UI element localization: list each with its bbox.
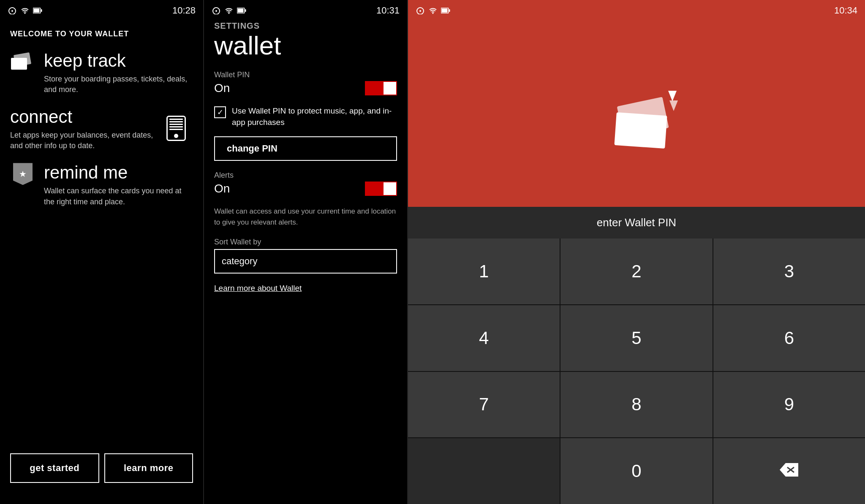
status-bar-2: 10:31 — [204, 0, 407, 21]
screen-welcome: 10:28 WELCOME TO YOUR WALLET keep track … — [0, 0, 204, 504]
svg-point-1 — [11, 10, 13, 12]
remind-me-desc: Wallet can surface the cards you need at… — [44, 186, 193, 207]
pin-key-8[interactable]: 8 — [560, 372, 712, 438]
change-pin-button[interactable]: change PIN — [214, 136, 397, 161]
svg-point-8 — [228, 13, 230, 14]
settings-section-label: SETTINGS — [214, 21, 397, 31]
tag-icon: ★ — [10, 163, 35, 188]
learn-more-button[interactable]: learn more — [104, 453, 193, 483]
svg-marker-20 — [668, 91, 677, 101]
svg-point-13 — [419, 10, 421, 12]
pin-key-empty — [408, 438, 560, 504]
sort-select[interactable]: category — [214, 249, 397, 274]
svg-point-7 — [215, 10, 217, 12]
pin-key-7[interactable]: 7 — [408, 372, 560, 438]
alerts-description: Wallet can access and use your current t… — [214, 206, 397, 228]
svg-point-14 — [432, 13, 434, 14]
pin-top-area — [408, 21, 865, 207]
welcome-title: WELCOME TO YOUR WALLET — [10, 30, 193, 38]
sort-label: Sort Wallet by — [214, 238, 397, 247]
svg-marker-21 — [669, 100, 678, 111]
connect-desc: Let apps keep your balances, event dates… — [10, 130, 155, 151]
alerts-toggle[interactable] — [365, 182, 397, 196]
feature-keep-track: keep track Store your boarding passes, t… — [10, 51, 193, 95]
feature-remind-me: ★ remind me Wallet can surface the cards… — [10, 163, 193, 207]
remind-me-heading: remind me — [44, 163, 193, 182]
pin-key-4[interactable]: 4 — [408, 305, 560, 371]
pin-key-3[interactable]: 3 — [713, 238, 865, 304]
signal-icon-3 — [416, 6, 425, 15]
settings-content: SETTINGS wallet Wallet PIN On ✓ Use Wall… — [204, 21, 407, 504]
status-time-3: 10:34 — [834, 5, 857, 16]
pin-title: enter Wallet PIN — [408, 216, 865, 229]
wallet-pin-row: On — [214, 81, 397, 95]
checkbox-check-icon: ✓ — [217, 108, 223, 116]
svg-rect-5 — [34, 9, 40, 13]
learn-more-wallet-link[interactable]: Learn more about Wallet — [214, 284, 397, 293]
toggle-track-pin — [365, 81, 397, 95]
get-started-button[interactable]: get started — [10, 453, 99, 483]
battery-small-icon — [33, 6, 42, 15]
wallet-pin-setting: Wallet PIN On — [214, 70, 397, 101]
svg-rect-16 — [449, 9, 450, 12]
wifi-icon — [20, 6, 30, 15]
alerts-label: Alerts — [214, 171, 397, 180]
screen-settings: 10:31 SETTINGS wallet Wallet PIN On ✓ Us… — [204, 0, 408, 504]
toggle-knob-pin — [384, 82, 396, 95]
svg-point-2 — [24, 13, 26, 14]
connect-text: connect Let apps keep your balances, eve… — [10, 107, 155, 152]
wallet-logo-large — [607, 89, 666, 139]
wallet-pin-value: On — [214, 81, 230, 95]
pin-checkbox-label: Use Wallet PIN to protect music, app, an… — [232, 106, 397, 128]
pin-key-5[interactable]: 5 — [560, 305, 712, 371]
signal-icon-2 — [212, 6, 221, 15]
status-icons-left-2 — [212, 6, 246, 15]
svg-rect-17 — [442, 9, 448, 13]
wifi-icon-2 — [224, 6, 234, 15]
svg-rect-4 — [41, 9, 42, 12]
status-bar-1: 10:28 — [0, 0, 203, 21]
pin-title-bar: enter Wallet PIN — [408, 207, 865, 238]
keep-track-text: keep track Store your boarding passes, t… — [44, 51, 193, 95]
keep-track-heading: keep track — [44, 51, 193, 70]
connect-heading: connect — [10, 107, 155, 127]
status-icons-left-3 — [416, 6, 450, 15]
remind-me-text: remind me Wallet can surface the cards y… — [44, 163, 193, 207]
signal-icon — [8, 6, 17, 15]
battery-icon-2 — [237, 6, 246, 15]
alerts-setting: Alerts On — [214, 171, 397, 202]
battery-icon-3 — [441, 6, 450, 15]
phone-icon — [159, 111, 193, 145]
svg-marker-22 — [780, 463, 798, 477]
pin-keypad: 1 2 3 4 5 6 7 8 9 0 — [408, 238, 865, 504]
wifi-icon-3 — [428, 6, 438, 15]
backspace-icon — [780, 463, 798, 480]
svg-rect-10 — [245, 9, 246, 12]
screen-pin-entry: 10:34 enter Wallet PIN 1 2 3 — [408, 0, 865, 504]
status-icons-left — [8, 6, 42, 15]
toggle-track-alerts — [365, 182, 397, 196]
feature-connect: connect Let apps keep your balances, eve… — [10, 107, 193, 152]
svg-rect-11 — [238, 9, 244, 13]
toggle-knob-alerts — [384, 182, 396, 195]
alerts-value: On — [214, 182, 230, 195]
status-bar-3: 10:34 — [408, 0, 865, 21]
svg-rect-19 — [614, 112, 667, 149]
wallet-pin-toggle[interactable] — [365, 81, 397, 95]
keep-track-desc: Store your boarding passes, tickets, dea… — [44, 74, 193, 95]
pin-key-9[interactable]: 9 — [713, 372, 865, 438]
settings-title: wallet — [214, 33, 397, 59]
pin-key-6[interactable]: 6 — [713, 305, 865, 371]
pin-key-backspace[interactable] — [713, 438, 865, 504]
alerts-row: On — [214, 182, 397, 196]
welcome-content: WELCOME TO YOUR WALLET keep track Store … — [0, 21, 203, 504]
cards-icon — [10, 51, 35, 76]
pin-key-2[interactable]: 2 — [560, 238, 712, 304]
status-time-2: 10:31 — [376, 5, 400, 16]
pin-checkbox-row: ✓ Use Wallet PIN to protect music, app, … — [214, 106, 397, 128]
welcome-buttons: get started learn more — [10, 445, 193, 496]
pin-key-1[interactable]: 1 — [408, 238, 560, 304]
pin-key-0[interactable]: 0 — [560, 438, 712, 504]
pin-checkbox[interactable]: ✓ — [214, 106, 226, 118]
status-time-1: 10:28 — [172, 5, 196, 16]
